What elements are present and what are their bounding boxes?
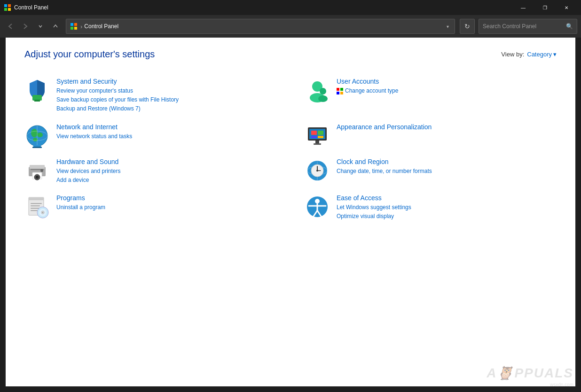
refresh-button[interactable]: ↻ [460,19,475,34]
system-security-link-3[interactable]: Backup and Restore (Windows 7) [56,104,276,113]
svg-rect-1 [8,4,11,7]
navigation-bar: › Control Panel ▾ ↻ Search Control Panel… [0,15,581,38]
recent-locations-button[interactable] [34,20,47,33]
ease-of-access-content: Ease of Access Let Windows suggest setti… [337,194,557,221]
svg-rect-0 [4,4,7,7]
svg-point-12 [320,88,326,94]
close-button[interactable]: ✕ [556,0,577,15]
clock-region-link-1[interactable]: Change date, time, or number formats [337,167,557,176]
svg-rect-25 [32,147,42,148]
svg-point-41 [37,177,38,178]
svg-rect-15 [340,88,343,91]
title-bar: Control Panel — ❐ ✕ [0,0,581,15]
svg-rect-33 [314,143,321,145]
forward-button[interactable] [19,20,32,33]
categories-grid: System and Security Review your computer… [24,73,557,226]
address-icon [70,23,78,30]
appearance-icon [305,123,330,149]
clock-region-icon [305,158,330,183]
window-title: Control Panel [14,4,48,11]
system-security-icon [24,78,50,103]
user-accounts-title[interactable]: User Accounts [337,78,557,85]
address-bar[interactable]: › Control Panel ▾ [66,19,455,34]
svg-rect-14 [337,88,339,91]
hardware-sound-link-2[interactable]: Add a device [56,176,276,185]
network-internet-link-1[interactable]: View network status and tasks [56,132,276,141]
category-system-security: System and Security Review your computer… [24,73,276,118]
svg-rect-36 [30,165,45,169]
svg-rect-28 [311,131,317,135]
viewby-dropdown[interactable]: Category ▾ [527,51,557,58]
viewby-arrow: ▾ [553,51,557,58]
category-programs: Programs Uninstall a program [24,189,276,226]
category-clock-region: Clock and Region Change date, time, or n… [305,153,557,189]
hardware-sound-title[interactable]: Hardware and Sound [56,158,276,165]
programs-title[interactable]: Programs [56,194,276,202]
appearance-content: Appearance and Personalization [337,123,557,132]
network-internet-title[interactable]: Network and Internet [56,123,276,131]
svg-rect-51 [31,203,42,204]
svg-rect-5 [74,23,77,26]
svg-rect-29 [318,131,323,135]
user-accounts-icon [305,78,330,103]
main-content: Adjust your computer's settings View by:… [6,38,575,386]
svg-rect-17 [340,92,343,94]
programs-icon [24,194,50,220]
svg-point-58 [42,212,44,213]
programs-content: Programs Uninstall a program [56,194,276,212]
category-appearance: Appearance and Personalization [305,118,557,153]
user-accounts-content: User Accounts Change account type [337,78,557,95]
page-header: Adjust your computer's settings View by:… [24,49,557,60]
svg-point-13 [318,95,328,102]
search-bar[interactable]: Search Control Panel 🔍 [479,19,577,34]
svg-point-38 [40,169,43,172]
viewby-value: Category [527,51,552,58]
back-button[interactable] [4,20,17,33]
system-security-link-1[interactable]: Review your computer's status [56,86,276,95]
network-internet-icon [24,123,50,149]
up-button[interactable] [49,20,62,33]
address-dropdown[interactable]: ▾ [445,24,451,29]
ease-of-access-link-2[interactable]: Optimize visual display [337,212,557,221]
svg-rect-3 [8,8,11,11]
hardware-sound-link-1[interactable]: View devices and printers [56,167,276,176]
svg-rect-30 [311,136,317,138]
svg-rect-9 [34,100,40,102]
svg-rect-32 [315,141,319,143]
hardware-sound-content: Hardware and Sound View devices and prin… [56,158,276,185]
svg-rect-54 [31,210,38,211]
svg-point-20 [37,133,43,137]
svg-rect-52 [31,205,40,206]
ease-of-access-link-1[interactable]: Let Windows suggest settings [337,203,557,212]
window-controls: — ❐ ✕ [512,0,577,15]
svg-rect-4 [71,23,73,26]
network-internet-content: Network and Internet View network status… [56,123,276,141]
ease-of-access-title[interactable]: Ease of Access [337,194,557,202]
minimize-button[interactable]: — [512,0,534,15]
refresh-icon: ↻ [464,23,470,30]
restore-button[interactable]: ❐ [534,0,556,15]
viewby-label: View by: [501,51,524,58]
category-hardware-sound: Hardware and Sound View devices and prin… [24,153,276,189]
clock-region-content: Clock and Region Change date, time, or n… [337,158,557,176]
user-accounts-link-1[interactable]: Change account type [345,86,398,95]
system-security-title[interactable]: System and Security [56,78,276,85]
category-network-internet: Network and Internet View network status… [24,118,276,153]
programs-link-1[interactable]: Uninstall a program [56,203,276,212]
svg-rect-31 [318,136,323,138]
svg-rect-6 [71,27,73,30]
system-security-content: System and Security Review your computer… [56,78,276,114]
svg-rect-7 [74,27,77,30]
address-text: Control Panel [84,23,445,30]
hardware-sound-icon [24,158,50,183]
system-security-link-2[interactable]: Save backup copies of your files with Fi… [56,95,276,104]
category-ease-of-access: Ease of Access Let Windows suggest setti… [305,189,557,226]
title-bar-left: Control Panel [4,4,48,11]
search-icon[interactable]: 🔍 [566,23,573,30]
appearance-title[interactable]: Appearance and Personalization [337,123,557,131]
clock-region-title[interactable]: Clock and Region [337,158,557,165]
page-title: Adjust your computer's settings [24,49,155,60]
svg-rect-2 [4,8,7,11]
app-icon [4,4,11,11]
view-by-control: View by: Category ▾ [501,51,557,58]
